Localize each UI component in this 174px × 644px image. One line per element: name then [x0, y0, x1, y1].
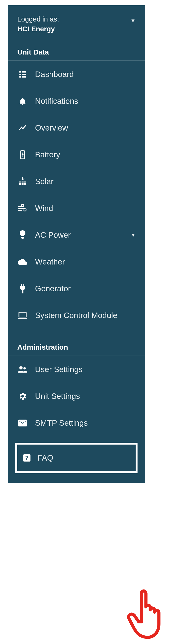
- caret-down-icon: ▼: [130, 14, 136, 24]
- svg-line-11: [21, 178, 21, 178]
- users-icon: [17, 364, 28, 375]
- nav-wind[interactable]: Wind: [8, 195, 145, 222]
- nav-solar[interactable]: Solar: [8, 168, 145, 195]
- solar-panel-icon: [17, 176, 28, 187]
- nav-label: Weather: [35, 257, 65, 267]
- help-icon: ?: [22, 453, 32, 463]
- nav-label: Dashboard: [35, 69, 74, 80]
- svg-rect-3: [22, 71, 26, 73]
- svg-text:?: ?: [25, 454, 29, 461]
- nav-notifications[interactable]: Notifications: [8, 88, 145, 114]
- nav-smtp-settings[interactable]: SMTP Settings: [8, 410, 145, 436]
- nav-label: AC Power: [35, 230, 71, 240]
- nav-user-settings[interactable]: User Settings: [8, 356, 145, 383]
- nav-label: System Control Module: [35, 310, 117, 321]
- nav-system-control-module[interactable]: System Control Module: [8, 302, 145, 329]
- sidebar: Logged in as: HCI Energy ▼ Unit Data Das…: [8, 5, 145, 483]
- nav-overview[interactable]: Overview: [8, 114, 145, 141]
- bulb-icon: [17, 230, 28, 240]
- svg-point-23: [20, 366, 23, 370]
- nav-label: Unit Settings: [35, 391, 80, 402]
- nav-label: SMTP Settings: [35, 418, 88, 428]
- svg-rect-0: [20, 71, 21, 73]
- caret-down-icon: ▼: [131, 232, 136, 238]
- nav-label: Generator: [35, 284, 71, 294]
- nav-ac-power[interactable]: AC Power ▼: [8, 222, 145, 248]
- wind-icon: [17, 203, 28, 214]
- nav-label: Solar: [35, 176, 53, 187]
- nav-battery[interactable]: Battery: [8, 141, 145, 168]
- svg-rect-21: [23, 284, 24, 286]
- svg-rect-19: [22, 238, 24, 239]
- mail-icon: [17, 418, 28, 428]
- chart-line-icon: [17, 123, 28, 133]
- dashboard-icon: [17, 69, 28, 80]
- svg-rect-22: [19, 312, 26, 317]
- login-caption: Logged in as:: [17, 14, 59, 24]
- nav-label: FAQ: [37, 454, 53, 462]
- nav-label: Overview: [35, 123, 68, 133]
- svg-rect-5: [22, 76, 26, 78]
- nav-label: Notifications: [35, 96, 78, 106]
- section-unit-data: Unit Data: [8, 34, 145, 61]
- svg-rect-18: [21, 237, 24, 238]
- nav-weather[interactable]: Weather: [8, 248, 145, 275]
- nav-unit-settings[interactable]: Unit Settings: [8, 383, 145, 410]
- svg-point-9: [22, 178, 24, 180]
- svg-rect-13: [19, 182, 26, 185]
- section-administration: Administration: [8, 329, 145, 356]
- laptop-icon: [17, 310, 28, 321]
- nav-label: Battery: [35, 150, 60, 160]
- svg-rect-4: [22, 74, 26, 75]
- nav-faq[interactable]: ? FAQ: [15, 443, 137, 473]
- nav-generator[interactable]: Generator: [8, 275, 145, 302]
- svg-rect-2: [20, 76, 21, 78]
- pointer-hand-icon: [125, 588, 173, 641]
- battery-icon: [17, 150, 28, 160]
- login-dropdown[interactable]: Logged in as: HCI Energy ▼: [8, 5, 145, 34]
- plug-icon: [17, 284, 28, 294]
- svg-line-12: [24, 178, 25, 178]
- cloud-icon: [17, 256, 28, 267]
- login-user: HCI Energy: [17, 24, 59, 34]
- svg-rect-20: [21, 284, 22, 286]
- bell-icon: [17, 96, 28, 106]
- nav-dashboard[interactable]: Dashboard: [8, 61, 145, 88]
- svg-point-24: [23, 367, 26, 370]
- active-indicator: [0, 383, 3, 410]
- nav-label: Wind: [35, 203, 53, 214]
- svg-marker-8: [21, 152, 24, 157]
- nav-label: User Settings: [35, 364, 82, 375]
- svg-rect-1: [20, 74, 21, 75]
- gear-icon: [17, 391, 28, 402]
